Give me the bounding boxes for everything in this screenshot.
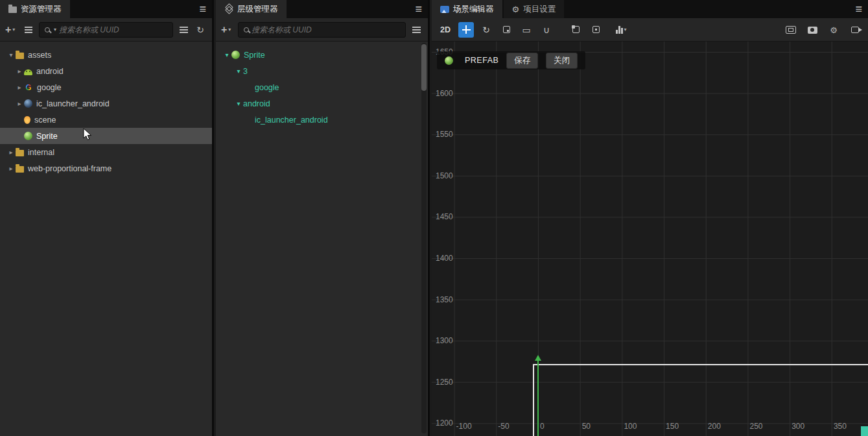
chevron-right-icon[interactable]: ▸ [6,149,16,156]
gizmo-y-arrowhead [535,355,541,361]
hierarchy-node-3[interactable]: ▾3 [216,63,428,79]
scene-tab-label: 场景编辑器 [453,4,494,15]
scene-editor-icon [440,6,449,13]
asset-item-android[interactable]: ▸android [0,63,212,79]
rect-tool-button[interactable]: ▭ [519,22,534,38]
add-node-button[interactable]: +▾ [221,23,234,37]
ruler-label-x: 50 [582,422,591,431]
stats-icon [616,26,623,34]
chevron-right-icon[interactable]: ▸ [15,100,24,107]
node-label: scene [34,115,56,125]
hierarchy-panel-header: 层级管理器 ≡ [216,0,428,18]
assets-panel-title: 资源管理器 [21,4,62,15]
hierarchy-node-google[interactable]: google [216,79,428,95]
scrollbar-thumb[interactable] [421,44,427,91]
asset-item-Sprite[interactable]: Sprite [0,128,212,144]
node-label: google [255,83,279,92]
ruler-label-y: 1250 [436,378,453,387]
prefab-label: PREFAB [465,56,499,65]
tab-assets-manager[interactable]: 资源管理器 [0,0,70,18]
scene-toolbar-right: ⚙ [783,18,863,42]
asset-item-web-proportional-frame[interactable]: ▸web-proportional-frame [0,160,212,176]
rotate-tool-button[interactable]: ↻ [478,22,494,38]
chevron-down-icon[interactable]: ▾ [222,51,231,58]
refresh-button[interactable]: ↻ [194,23,207,37]
coordinate-icon [592,26,600,33]
save-button[interactable]: 保存 [506,53,538,69]
export-view-button[interactable] [847,22,863,38]
asset-item-ic_launcher_android[interactable]: ▸ic_launcher_android [0,95,212,112]
tab-scene-editor[interactable]: 场景编辑器 [432,0,502,18]
scale-tool-button[interactable] [499,22,514,38]
ruler-label-x: 350 [834,422,847,431]
coordinate-toggle-button[interactable] [588,22,604,38]
hierarchy-node-ic_launcher_android[interactable]: ic_launcher_android [216,112,428,128]
mode-2d-toggle[interactable]: 2D [437,22,454,38]
resolution-button[interactable] [783,22,799,38]
scene-menu-icon[interactable]: ≡ [855,0,862,18]
pivot-icon [572,26,580,33]
assets-tree: ▾assets▸android▸Ggoogle▸ic_launcher_andr… [0,42,212,436]
list-view-button[interactable] [177,23,190,37]
scene-settings-button[interactable]: ⚙ [826,22,841,38]
gizmo-y-axis[interactable] [537,361,539,436]
ruler-label-x: -50 [498,422,509,431]
hierarchy-scrollbar[interactable] [421,43,427,433]
scale-icon [503,26,510,33]
add-asset-button[interactable]: +▾ [5,23,18,37]
layers-icon [224,5,233,14]
search-filter-caret-icon: ▾ [54,27,56,32]
assets-menu-icon[interactable]: ≡ [199,0,206,18]
chevron-down-icon: ▾ [12,27,15,32]
folder-icon [16,53,24,59]
ruler-label-y: 1600 [436,89,453,98]
hierarchy-toolbar: +▾ [216,18,428,42]
asset-item-google[interactable]: ▸Ggoogle [0,79,212,95]
ruler-label-y: 1400 [436,254,453,263]
chevron-right-icon[interactable]: ▸ [15,67,24,75]
asset-item-internal[interactable]: ▸internal [0,144,212,160]
hierarchy-node-Sprite[interactable]: ▾Sprite [216,47,428,63]
ruler-label-x: 100 [624,422,637,431]
sort-assets-button[interactable] [22,23,35,37]
close-button[interactable]: 关闭 [546,53,578,69]
filter-icon [412,27,421,33]
stats-button[interactable]: ▾ [613,22,629,38]
asset-item-scene[interactable]: scene [0,112,212,128]
ruler-label-x: 0 [540,422,545,431]
hierarchy-node-android[interactable]: ▾android [216,95,428,112]
assets-panel: 资源管理器 ≡ +▾ ▾ ↻ ▾assets▸android▸Ggoogle▸i… [0,0,214,436]
chevron-down-icon[interactable]: ▾ [6,51,16,58]
asset-item-assets[interactable]: ▾assets [0,47,212,63]
scene-viewport[interactable]: PREFAB 保存 关闭 165016001550150014501400135… [432,42,868,436]
tab-hierarchy-manager[interactable]: 层级管理器 [216,0,287,18]
node-label: android [36,67,64,76]
chevron-down-icon[interactable]: ▾ [234,100,243,107]
ruler-label-y: 1300 [436,336,453,345]
chevron-right-icon[interactable]: ▸ [6,165,16,172]
hierarchy-tree: ▾Sprite▾3google▾androidic_launcher_andro… [216,42,428,436]
scene-panel-header: 场景编辑器 ⚙ 项目设置 ≡ [432,0,868,18]
ui-handle-tool-button[interactable]: ∪ [539,22,554,38]
chevron-down-icon[interactable]: ▾ [234,67,243,75]
prefab-ball-icon [445,56,453,65]
chevron-right-icon[interactable]: ▸ [15,84,24,91]
node-label: assets [28,51,51,60]
node-label: android [243,99,270,108]
pivot-toggle-button[interactable] [568,22,583,38]
ruler-label-x: 200 [708,422,721,431]
hierarchy-menu-icon[interactable]: ≡ [415,0,422,18]
folder-icon [16,150,24,156]
node-label: internal [28,148,54,157]
search-icon [244,27,249,32]
assets-search-input[interactable] [59,25,167,34]
move-tool-button[interactable] [458,22,474,38]
corner-badge [861,426,868,436]
camera-preview-button[interactable] [804,22,820,38]
hierarchy-filter-button[interactable] [410,23,423,37]
hierarchy-search-input[interactable] [252,25,400,34]
camera-icon [808,27,817,34]
tab-project-settings[interactable]: ⚙ 项目设置 [504,0,565,18]
ruler-label-x: 300 [792,422,804,431]
node-label: Sprite [244,51,265,60]
